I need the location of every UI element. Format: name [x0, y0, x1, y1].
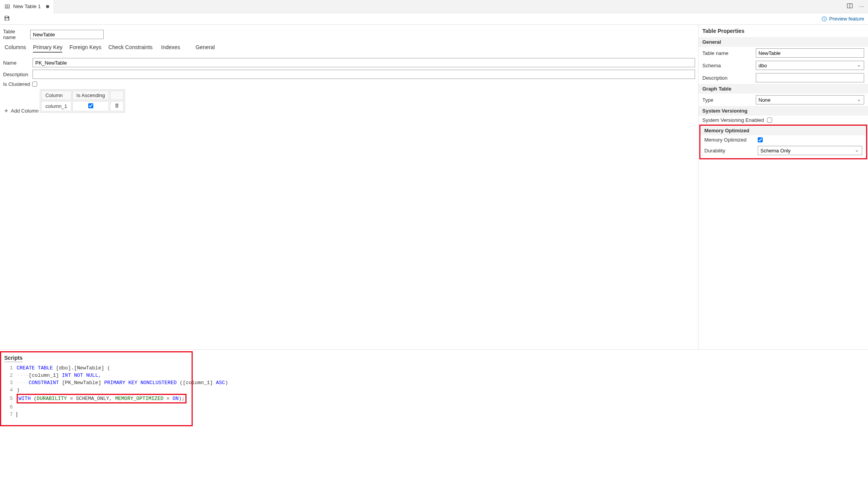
- code-token: [dbo].[NewTable] (: [56, 365, 110, 371]
- code-token: WITH: [19, 396, 31, 402]
- code-token: ASC: [216, 380, 225, 386]
- code-token: ON: [173, 396, 179, 402]
- table-icon: [5, 4, 10, 9]
- prop-table-name-label: Table name: [702, 50, 753, 56]
- tab-check-constraints[interactable]: Check Constraints: [108, 44, 152, 53]
- scripts-panel: Scripts 1CREATE TABLE [dbo].[NewTable] (…: [0, 351, 193, 426]
- pk-description-label: Description: [3, 72, 29, 77]
- prop-description-label: Description: [702, 75, 753, 81]
- pk-columns-grid: Column Is Ascending column_1: [40, 89, 125, 113]
- is-clustered-label: Is Clustered: [3, 81, 30, 87]
- code-token: ([column_1]: [180, 380, 216, 386]
- preview-feature-link[interactable]: Preview feature: [829, 16, 864, 22]
- grid-hdr-actions: [110, 91, 124, 100]
- pk-name-label: Name: [3, 60, 29, 66]
- code-token: [column_1]: [29, 373, 62, 378]
- designer-sub-tabs: Columns Primary Key Foreign Keys Check C…: [5, 44, 695, 53]
- grid-cell-column[interactable]: column_1: [41, 101, 71, 111]
- table-name-input[interactable]: [30, 30, 104, 39]
- publish-icon[interactable]: [4, 15, 10, 22]
- tab-columns[interactable]: Columns: [5, 44, 26, 53]
- editor-tab-bar: New Table 1 ···: [0, 0, 868, 13]
- prop-type-select[interactable]: [756, 95, 864, 104]
- tab-title: New Table 1: [13, 3, 41, 9]
- grid-hdr-ascending[interactable]: Is Ascending: [72, 91, 110, 100]
- code-token: NOT: [74, 373, 83, 378]
- code-token: KEY: [128, 380, 137, 386]
- code-token: [PK_NewTable]: [62, 380, 104, 386]
- code-token: MEMORY_OPTIMIZED: [115, 396, 164, 402]
- table-row[interactable]: column_1: [41, 101, 124, 111]
- prop-durability-select[interactable]: [758, 146, 862, 155]
- script-editor[interactable]: 1CREATE TABLE [dbo].[NewTable] (2····[co…: [4, 364, 188, 418]
- scripts-region: Scripts 1CREATE TABLE [dbo].[NewTable] (…: [0, 351, 868, 426]
- prop-sysver-enabled-checkbox[interactable]: [767, 118, 772, 123]
- table-properties-pane: Table Properties General Table name Sche…: [699, 25, 868, 349]
- code-token: INT: [62, 373, 71, 378]
- prop-schema-label: Schema: [702, 63, 753, 68]
- section-general: General: [699, 37, 868, 47]
- designer-toolbar: Preview feature: [0, 13, 868, 25]
- svg-point-4: [824, 17, 824, 18]
- script-line-highlight: WITH (DURABILITY = SCHEMA_ONLY, MEMORY_O…: [17, 394, 187, 403]
- code-token: (: [34, 396, 37, 402]
- code-token: ): [225, 380, 228, 386]
- info-icon: [822, 16, 827, 22]
- editor-tab[interactable]: New Table 1: [0, 0, 54, 13]
- code-token: CONSTRAINT: [29, 380, 59, 386]
- add-column-button[interactable]: ＋ Add Column: [3, 108, 39, 114]
- prop-schema-select[interactable]: [756, 61, 864, 70]
- section-memory-optimized: Memory Optimized: [700, 126, 866, 135]
- pk-description-input[interactable]: [33, 70, 695, 79]
- cursor-icon: [17, 412, 17, 417]
- code-token: TABLE: [38, 365, 53, 371]
- prop-description-input[interactable]: [756, 73, 864, 82]
- is-clustered-checkbox[interactable]: [32, 82, 37, 87]
- prop-sysver-enabled-label: System Versioning Enabled: [702, 117, 764, 123]
- memory-optimized-highlight: Memory Optimized Memory Optimized Durabi…: [699, 125, 867, 159]
- is-ascending-checkbox[interactable]: [88, 103, 93, 108]
- code-token: DURABILITY: [37, 396, 67, 402]
- code-token: =: [166, 396, 173, 402]
- plus-icon: ＋: [3, 108, 9, 114]
- code-token: );: [179, 396, 185, 402]
- code-token: ): [17, 387, 20, 393]
- add-column-label: Add Column: [11, 108, 39, 114]
- prop-memopt-label: Memory Optimized: [704, 137, 755, 143]
- dirty-indicator-icon: [46, 5, 49, 8]
- tab-indexes[interactable]: Indexes: [161, 44, 180, 53]
- tab-foreign-keys[interactable]: Foreign Keys: [69, 44, 101, 53]
- tab-bar-actions: ···: [847, 3, 868, 10]
- split-editor-icon[interactable]: [847, 3, 853, 10]
- table-name-label: Table name: [3, 29, 27, 40]
- section-graph-table: Graph Table: [699, 84, 868, 94]
- prop-memopt-checkbox[interactable]: [758, 137, 763, 142]
- prop-durability-label: Durability: [704, 148, 755, 154]
- section-system-versioning: System Versioning: [699, 106, 868, 116]
- delete-row-icon[interactable]: [114, 103, 120, 108]
- code-token: PRIMARY: [104, 380, 125, 386]
- grid-hdr-column[interactable]: Column: [41, 91, 71, 100]
- more-actions-icon[interactable]: ···: [859, 3, 864, 10]
- code-token: NULL: [86, 373, 98, 378]
- properties-title: Table Properties: [699, 25, 868, 37]
- scripts-title: Scripts: [4, 355, 22, 362]
- code-token: = SCHEMA_ONLY,: [70, 396, 115, 402]
- prop-type-label: Type: [702, 97, 753, 103]
- tab-primary-key[interactable]: Primary Key: [33, 44, 62, 53]
- tab-general[interactable]: General: [195, 44, 215, 53]
- pk-name-input[interactable]: [33, 58, 695, 67]
- prop-table-name-input[interactable]: [756, 48, 864, 58]
- designer-left-pane: Table name Columns Primary Key Foreign K…: [0, 25, 699, 349]
- code-token: CREATE: [17, 365, 35, 371]
- code-token: ,: [98, 373, 101, 378]
- code-token: NONCLUSTERED: [140, 380, 177, 386]
